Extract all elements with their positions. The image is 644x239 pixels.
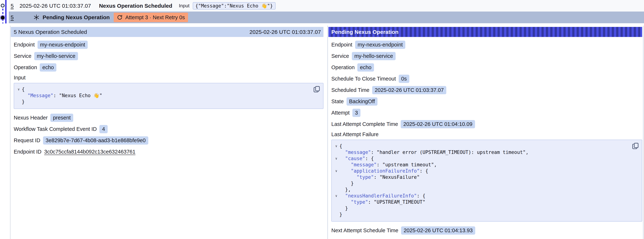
field-row-operation: Operationecho: [14, 63, 324, 72]
code-line: }: [333, 211, 631, 218]
field-row-request-id: Request ID3e829b7e-7d67-4b08-aad3-b1e868…: [14, 136, 324, 144]
event-row-nexus-operation-scheduled[interactable]: 5 2025-02-26 UTC 01:03:37.07 Nexus Opera…: [9, 0, 644, 12]
left-panel-header: 5 Nexus Operation Scheduled 2025-02-26 U…: [11, 27, 324, 37]
field-row-state: StateBackingOff: [331, 97, 642, 106]
chevron-gutter: [333, 174, 340, 180]
field-label: Endpoint: [14, 42, 35, 48]
field-row-operation: Operationecho: [331, 63, 642, 72]
workflow-event-history-view: 5 2025-02-26 UTC 01:03:37.07 Nexus Opera…: [0, 0, 644, 239]
field-label: Attempt: [331, 110, 350, 116]
chevron-gutter: [333, 162, 340, 168]
field-value-chip: 2025-02-26 UTC 01:04:13.93: [401, 226, 475, 234]
field-value-chip: present: [50, 114, 73, 122]
field-row-schedule-to-close-timeout: Schedule To Close Timeout0s: [331, 75, 642, 83]
event-id-link[interactable]: 5: [10, 14, 14, 20]
left-panel-fields: Endpointmy-nexus-endpointServicemy-hello…: [11, 37, 324, 156]
code-line: },: [333, 186, 631, 193]
field-value-chip: my-nexus-endpoint: [38, 41, 88, 49]
copy-icon[interactable]: [632, 142, 639, 150]
retry-badge-label: Attempt 3 · Next Retry 0s: [125, 14, 185, 20]
code-text: }: [22, 99, 25, 105]
code-line: "type": "NexusFailure": [333, 174, 631, 180]
field-value-chip: 4: [100, 125, 108, 133]
timeline-node-current-icon: [1, 16, 4, 20]
code-text: "type": "UPSTREAM_TIMEOUT": [340, 199, 426, 205]
field-value-chip: 2025-02-26 UTC 01:04:10.09: [401, 120, 475, 128]
pending-asterisk-icon: [33, 14, 40, 21]
field-row-service: Servicemy-hello-service: [14, 52, 324, 60]
code-text: "type": "NexusFailure": [340, 174, 420, 180]
field-label: Last Attempt Complete Time: [331, 121, 398, 127]
code-line: }: [16, 99, 312, 105]
field-row-last-attempt-complete-time: Last Attempt Complete Time2025-02-26 UTC…: [331, 120, 642, 128]
code-text: "Message": "Nexus Echo 👋": [22, 92, 102, 99]
nexus-operation-scheduled-panel: 5 Nexus Operation Scheduled 2025-02-26 U…: [10, 26, 328, 239]
chevron-gutter: [333, 199, 340, 205]
copy-icon[interactable]: [313, 86, 320, 93]
field-row-endpoint: Endpointmy-nexus-endpoint: [14, 41, 324, 49]
code-line: ∨{: [333, 143, 631, 149]
code-line: ∨ "cause": {: [333, 155, 631, 162]
last-attempt-failure-code-block: ∨{ "message": "handler error (UPSTREAM_T…: [331, 140, 642, 222]
code-line: "Message": "Nexus Echo 👋": [16, 92, 312, 99]
collapse-chevron-icon[interactable]: ∨: [333, 143, 340, 149]
code-text: {: [22, 86, 25, 92]
chevron-gutter: [333, 180, 340, 186]
code-text: "message": "handler error (UPSTREAM_TIME…: [340, 149, 528, 155]
event-input-label: Input: [179, 3, 190, 8]
timeline-node-open-icon: [1, 4, 4, 8]
field-value-chip: my-nexus-endpoint: [355, 41, 406, 49]
chevron-gutter: [333, 186, 340, 193]
field-label: Service: [331, 53, 349, 59]
endpoint-id-link[interactable]: 3c0c75ccfa8144b092c13ce632463761: [44, 149, 136, 155]
collapse-chevron-icon[interactable]: ∨: [333, 155, 340, 162]
code-text: "nexusHandlerFailureInfo": {: [340, 193, 426, 199]
left-panel-title: 5 Nexus Operation Scheduled: [14, 29, 87, 35]
code-text: },: [340, 186, 351, 193]
retry-icon: [117, 14, 123, 20]
code-line: ∨{: [16, 86, 312, 92]
left-panel-timestamp: 2025-02-26 UTC 01:03:37.07: [250, 29, 321, 35]
field-label: Nexus Header: [14, 115, 48, 121]
field-label: Next Attempt Schedule Time: [331, 228, 398, 234]
field-row-endpoint-id: Endpoint ID3c0c75ccfa8144b092c13ce632463…: [14, 148, 324, 156]
field-value-chip: BackingOff: [346, 97, 378, 106]
event-timestamp: 2025-02-26 UTC 01:03:37.07: [20, 3, 91, 9]
field-value-chip: 2025-02-26 UTC 01:03:37.07: [372, 86, 446, 94]
field-label: State: [331, 98, 344, 104]
event-id-link[interactable]: 5: [10, 3, 14, 9]
chevron-gutter: [16, 92, 22, 99]
field-label: Input: [14, 75, 324, 81]
code-line: }: [333, 205, 631, 211]
input-code-block: ∨{ "Message": "Nexus Echo 👋"}: [14, 83, 324, 109]
retry-attempt-badge: Attempt 3 · Next Retry 0s: [114, 13, 188, 22]
event-title: Pending Nexus Operation: [43, 14, 110, 20]
collapse-chevron-icon[interactable]: ∨: [333, 168, 340, 174]
code-line: ∨ "nexusHandlerFailureInfo": {: [333, 193, 631, 199]
timeline-rail: [0, 0, 9, 24]
code-text: }: [340, 180, 354, 186]
chevron-gutter: [333, 211, 340, 218]
collapse-chevron-icon[interactable]: ∨: [333, 193, 340, 199]
right-panel-fields: Endpointmy-nexus-endpointServicemy-hello…: [328, 37, 642, 234]
field-value-chip: 3e829b7e-7d67-4b08-aad3-b1e868bfe9e0: [43, 136, 148, 144]
code-line: ∨ "applicationFailureInfo": {: [333, 168, 631, 174]
field-row-attempt: Attempt3: [331, 109, 642, 117]
pending-panel-header: Pending Nexus Operation: [328, 27, 642, 37]
field-row-service: Servicemy-hello-service: [331, 52, 642, 60]
field-label: Schedule To Close Timeout: [331, 76, 396, 82]
event-row-pending-nexus-operation[interactable]: 5 Pending Nexus Operation Attempt 3 · Ne…: [9, 12, 644, 23]
code-line: "message": "upstream timeout",: [333, 162, 631, 168]
field-label: Operation: [331, 64, 354, 70]
field-label: Scheduled Time: [331, 87, 370, 93]
pending-nexus-operation-panel: Pending Nexus Operation Endpointmy-nexus…: [328, 26, 643, 239]
code-text: {: [340, 143, 342, 149]
field-label: Last Attempt Failure: [331, 132, 642, 138]
field-label: Workflow Task Completed Event ID: [14, 126, 97, 132]
field-row-nexus-header: Nexus Headerpresent: [14, 114, 324, 122]
field-row-endpoint: Endpointmy-nexus-endpoint: [331, 41, 642, 49]
collapse-chevron-icon[interactable]: ∨: [16, 86, 22, 92]
code-text: "cause": {: [340, 155, 374, 162]
chevron-gutter: [16, 99, 22, 105]
code-text: }: [340, 211, 342, 218]
